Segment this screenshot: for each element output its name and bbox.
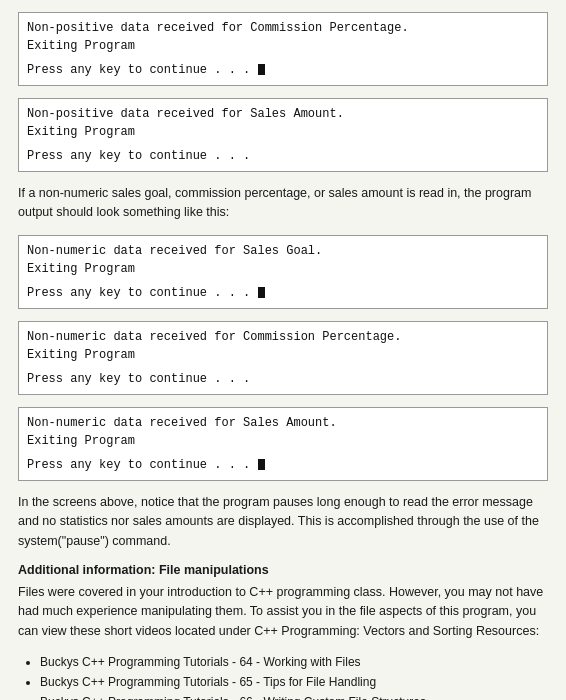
terminal-press-line: Press any key to continue . . . — [27, 284, 539, 302]
terminal-press-line: Press any key to continue . . . — [27, 456, 539, 474]
terminal-line: Exiting Program — [27, 346, 539, 364]
terminal-press-line: Press any key to continue . . . — [27, 147, 539, 165]
terminal-cursor — [258, 459, 265, 470]
list-item: Buckys C++ Programming Tutorials - 65 - … — [40, 673, 548, 692]
prose-nonnumeric-intro: If a non-numeric sales goal, commission … — [18, 184, 548, 223]
terminal-line: Non-positive data received for Commissio… — [27, 19, 539, 37]
terminal-press-line: Press any key to continue . . . — [27, 370, 539, 388]
terminal-box-5: Non-numeric data received for Sales Amou… — [18, 407, 548, 481]
terminal-cursor — [258, 287, 265, 298]
terminal-line: Exiting Program — [27, 432, 539, 450]
prose-screens-notice: In the screens above, notice that the pr… — [18, 493, 548, 551]
terminal-box-1: Non-positive data received for Commissio… — [18, 12, 548, 86]
prose-files-intro: Files were covered in your introduction … — [18, 583, 548, 641]
terminal-box-4: Non-numeric data received for Commission… — [18, 321, 548, 395]
terminal-cursor — [258, 64, 265, 75]
terminal-line: Non-positive data received for Sales Amo… — [27, 105, 539, 123]
terminal-box-2: Non-positive data received for Sales Amo… — [18, 98, 548, 172]
section-heading-file-manipulations: Additional information: File manipulatio… — [18, 563, 548, 577]
resources-bullet-list: Buckys C++ Programming Tutorials - 64 - … — [18, 653, 548, 700]
terminal-line: Exiting Program — [27, 37, 539, 55]
terminal-line: Exiting Program — [27, 123, 539, 141]
terminal-line: Non-numeric data received for Sales Goal… — [27, 242, 539, 260]
terminal-press-line: Press any key to continue . . . — [27, 61, 539, 79]
terminal-line: Exiting Program — [27, 260, 539, 278]
list-item: Buckys C++ Programming Tutorials - 64 - … — [40, 653, 548, 672]
terminal-box-3: Non-numeric data received for Sales Goal… — [18, 235, 548, 309]
terminal-line: Non-numeric data received for Commission… — [27, 328, 539, 346]
list-item: Buckys C++ Programming Tutorials - 66 - … — [40, 693, 548, 700]
terminal-line: Non-numeric data received for Sales Amou… — [27, 414, 539, 432]
